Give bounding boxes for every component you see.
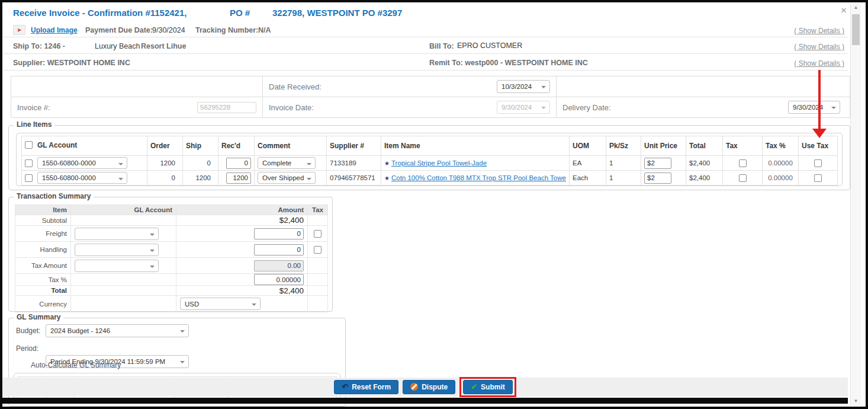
row-checkbox[interactable] (25, 159, 33, 167)
ts-col-gl: GL Account (71, 205, 176, 215)
freight-gl-dropdown[interactable] (75, 228, 159, 240)
empty-cell (557, 76, 850, 97)
gl-account-dropdown[interactable]: 1550-60800-0000 (37, 157, 127, 169)
ship-to-name2: Resort Lihue (141, 42, 186, 50)
col-unit-price: Unit Price (641, 136, 686, 156)
upload-image-icon[interactable]: ➤ (13, 25, 25, 35)
pksz: 1 (606, 171, 641, 186)
freight-amount-input[interactable] (254, 228, 304, 239)
po-label: PO # (230, 8, 250, 18)
dispute-icon (410, 383, 418, 391)
total-value: $2,400 (176, 286, 308, 296)
divider (4, 53, 848, 54)
tax-amount-label: Tax Amount (15, 258, 71, 274)
vertical-scrollbar[interactable]: ▲ ▼ (850, 4, 861, 405)
tax-pct: 0.00000 (763, 171, 799, 186)
gl-account-dropdown[interactable]: 1550-60800-0000 (37, 172, 127, 184)
scrollbar-thumb[interactable] (852, 14, 860, 45)
invoice-date-dropdown[interactable]: 9/30/2024 (497, 101, 550, 114)
bottom-border-bar (2, 398, 848, 404)
handling-amount-input[interactable] (254, 244, 304, 255)
check-icon: ✔ (471, 382, 477, 391)
dispute-button[interactable]: Dispute (403, 380, 455, 394)
tax-amount-input[interactable] (254, 260, 304, 271)
recd-qty-input[interactable] (226, 172, 251, 184)
payment-due-label: Payment Due Date: (85, 26, 153, 34)
row-checkbox[interactable] (25, 174, 33, 182)
upload-image-link[interactable]: Upload Image (31, 26, 78, 34)
transaction-summary-legend: Transaction Summary (14, 192, 94, 200)
handling-tax-checkbox[interactable] (314, 246, 322, 254)
col-order: Order (147, 136, 183, 156)
uom: Each (570, 171, 606, 186)
tax-pct-input[interactable] (254, 274, 304, 285)
transaction-summary-table: Item GL Account Amount Tax Subtotal $2,4… (15, 204, 328, 312)
period-label: Period: (16, 344, 38, 353)
show-details-link-2[interactable]: ( Show Details ) (794, 43, 844, 51)
remit-to-label: Remit To: westp000 - WESTPOINT HOME INC (429, 59, 588, 67)
order-qty: 0 (147, 171, 183, 186)
supplier-num: 7133189 (327, 156, 381, 171)
tax-checkbox[interactable] (739, 159, 747, 167)
tracking-number-label: Tracking Number: (195, 26, 258, 34)
close-icon[interactable]: × (841, 5, 847, 17)
ship-to-label: Ship To: 1246 - (13, 42, 65, 50)
ts-col-item: Item (15, 205, 71, 215)
currency-dropdown[interactable]: USD (180, 298, 261, 310)
line-total: $2,400 (686, 171, 723, 186)
scroll-down-icon[interactable]: ▼ (851, 397, 861, 405)
star-icon: ★ (384, 175, 390, 181)
col-pksz: Pk/Sz (606, 136, 641, 156)
footer-bar: ↶ Reset Form Dispute ✔ Submit (2, 378, 848, 396)
line-items-table: GL Account Order Ship Rec'd Comment Supp… (21, 136, 838, 186)
invoice-date-label: Invoice Date: (269, 103, 314, 112)
delivery-date-label: Delivery Date: (562, 103, 611, 112)
line-total: $2,400 (686, 156, 723, 171)
unit-price-input[interactable] (644, 172, 671, 184)
subtotal-value: $2,400 (176, 215, 308, 226)
comment-dropdown[interactable]: Complete (258, 157, 316, 169)
date-received-dropdown[interactable]: 10/3/2024 (497, 80, 550, 93)
comment-dropdown[interactable]: Over Shipped (258, 172, 316, 184)
subtotal-label: Subtotal (15, 215, 71, 226)
freight-tax-checkbox[interactable] (314, 230, 322, 238)
col-total: Total (686, 136, 723, 156)
budget-label: Budget: (16, 327, 40, 335)
col-comment: Comment (255, 136, 327, 156)
date-received-label: Date Received: (269, 82, 322, 91)
col-recd: Rec'd (218, 136, 255, 156)
col-tax-pct: Tax % (763, 136, 799, 156)
handling-gl-dropdown[interactable] (75, 244, 159, 256)
col-item-name: Item Name (381, 136, 570, 156)
submit-button[interactable]: ✔ Submit (463, 380, 513, 394)
reset-form-button[interactable]: ↶ Reset Form (334, 380, 398, 394)
show-details-link-3[interactable]: ( Show Details ) (794, 59, 844, 68)
currency-label: Currency (15, 296, 71, 312)
use-tax-checkbox[interactable] (814, 174, 822, 182)
ship-to-name: Luxury Beach (95, 42, 140, 50)
delivery-date-dropdown[interactable]: 9/30/2024 (788, 101, 840, 114)
col-use-tax: Use Tax (799, 136, 838, 156)
tax-checkbox[interactable] (739, 174, 747, 182)
empty-cell (11, 76, 263, 97)
item-name-link[interactable]: Tropical Stripe Pool Towel-Jade (391, 159, 487, 167)
item-name-link[interactable]: Cotn 100% Cotton T988 MTX Trop STR Pool … (391, 174, 566, 181)
recd-qty-input[interactable] (226, 158, 251, 169)
budget-dropdown[interactable]: 2024 Budget - 1246 (46, 324, 189, 337)
invoice-number-input[interactable] (197, 102, 256, 113)
invoice-header-fields: Date Received: 10/3/2024 Invoice #: Invo… (11, 76, 850, 117)
line-items-legend: Line Items (14, 120, 54, 129)
tax-gl-dropdown[interactable] (75, 260, 159, 272)
select-all-checkbox[interactable] (25, 141, 33, 149)
col-ship: Ship (183, 136, 218, 156)
scroll-up-icon[interactable]: ▲ (851, 4, 861, 12)
line-item-row: 1550-60800-0000 1200 0 Complete 7133189 … (22, 156, 838, 171)
annotation-arrow-line (818, 70, 821, 129)
tracking-number-value: N/A (258, 26, 271, 34)
bill-to-value: EPRO CUSTOMER (457, 41, 522, 50)
unit-price-input[interactable] (644, 158, 671, 169)
ts-tax-pct-label: Tax % (15, 274, 71, 286)
total-label: Total (15, 286, 71, 296)
show-details-link-1[interactable]: ( Show Details ) (794, 27, 844, 35)
use-tax-checkbox[interactable] (814, 159, 822, 167)
